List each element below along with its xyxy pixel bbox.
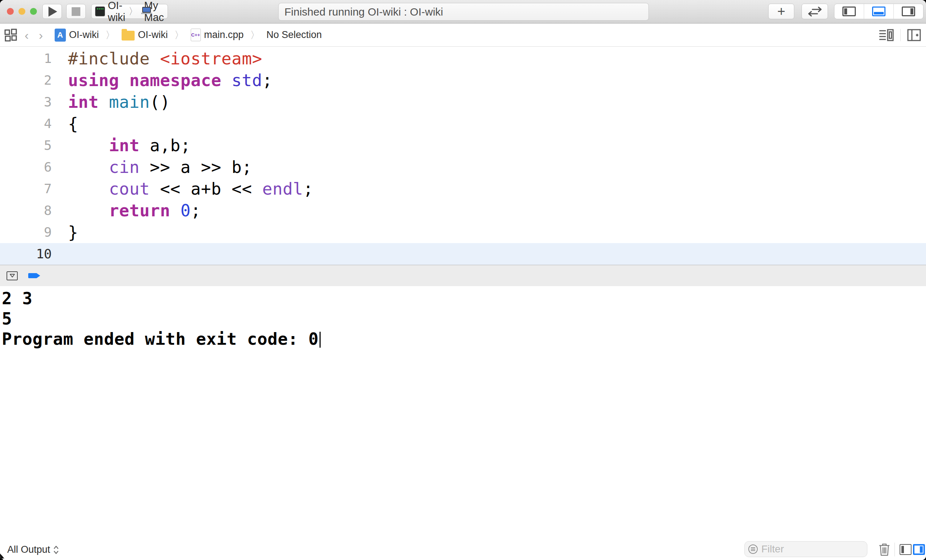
chevron-separator-icon: 〉	[129, 5, 138, 18]
status-text: Finished running OI-wiki : OI-wiki	[284, 6, 443, 18]
version-editor-button[interactable]	[802, 4, 828, 19]
folder-icon	[122, 31, 135, 41]
console-filter-input[interactable]: Filter	[744, 541, 867, 557]
code-text: return 0;	[52, 200, 201, 221]
plus-icon: +	[777, 4, 785, 19]
code-line[interactable]: 2using namespace std;	[0, 69, 926, 91]
forward-button[interactable]: ›	[34, 29, 48, 41]
clear-console-button[interactable]	[879, 543, 890, 556]
line-number[interactable]: 3	[0, 91, 52, 113]
divider	[900, 29, 901, 41]
code-text: cin >> a >> b;	[52, 156, 252, 178]
toggle-debug-area-button[interactable]	[864, 4, 893, 19]
variables-pane-icon	[920, 546, 923, 553]
back-button[interactable]: ‹	[20, 29, 34, 41]
code-line[interactable]: 6 cin >> a >> b;	[0, 156, 926, 178]
code-text: int a,b;	[52, 134, 191, 156]
breadcrumb-project[interactable]: OI-wiki	[69, 29, 99, 41]
code-line[interactable]: 8 return 0;	[0, 200, 926, 221]
minimize-window-button[interactable]	[18, 8, 25, 15]
chevron-separator-icon: 〉	[250, 29, 260, 42]
code-line[interactable]: 5 int a,b;	[0, 134, 926, 156]
debug-console[interactable]: 2 35Program ended with exit code: 0	[0, 286, 926, 560]
line-number[interactable]: 9	[0, 221, 52, 243]
chevron-separator-icon: 〉	[174, 29, 184, 42]
code-text: #include <iostream>	[52, 48, 262, 69]
text-cursor	[319, 332, 321, 348]
line-number[interactable]: 2	[0, 69, 52, 91]
stop-icon	[72, 7, 80, 16]
line-number[interactable]: 7	[0, 178, 52, 200]
console-line: Program ended with exit code: 0	[2, 329, 926, 349]
run-button[interactable]	[42, 4, 62, 19]
toggle-console-pane-button[interactable]	[900, 544, 911, 555]
line-number[interactable]: 8	[0, 200, 52, 221]
source-editor[interactable]: 1#include <iostream>2using namespace std…	[0, 47, 926, 265]
code-line[interactable]: 7 cout << a+b << endl;	[0, 178, 926, 200]
code-line[interactable]: 3int main()	[0, 91, 926, 113]
breadcrumb-group[interactable]: OI-wiki	[138, 29, 168, 41]
library-add-button[interactable]: +	[768, 4, 794, 19]
line-number[interactable]: 10	[0, 243, 52, 265]
scheme-target-label: OI-wiki	[108, 0, 125, 24]
swap-arrows-icon	[807, 6, 823, 17]
filter-placeholder: Filter	[761, 543, 784, 555]
code-line[interactable]: 9}	[0, 221, 926, 243]
toggle-variables-pane-button[interactable]	[913, 544, 925, 555]
breadcrumb-selection[interactable]: No Selection	[266, 29, 322, 41]
output-scope-selector[interactable]: All Output	[7, 544, 59, 555]
line-number[interactable]: 6	[0, 156, 52, 178]
code-text: int main()	[52, 91, 170, 113]
toolbar: OI-wiki 〉 My Mac Finished running OI-wik…	[0, 0, 926, 24]
code-text: }	[52, 221, 78, 243]
chevron-separator-icon: 〉	[105, 29, 115, 42]
activity-status-bar: Finished running OI-wiki : OI-wiki	[278, 3, 649, 21]
editor-options-icon[interactable]	[879, 29, 894, 41]
code-text	[52, 243, 68, 265]
stop-button[interactable]	[66, 4, 86, 19]
add-editor-icon[interactable]	[907, 29, 921, 41]
debug-panel-icon	[872, 6, 885, 16]
code-line[interactable]: 4{	[0, 113, 926, 134]
filter-icon	[748, 545, 758, 554]
related-items-icon[interactable]	[5, 29, 17, 42]
debug-bar	[0, 265, 926, 286]
code-lines: 1#include <iostream>2using namespace std…	[0, 48, 926, 265]
console-line: 5	[2, 309, 926, 329]
close-window-button[interactable]	[7, 8, 14, 15]
jump-bar: ‹ › A OI-wiki 〉 OI-wiki 〉 C++ main.cpp 〉…	[0, 24, 926, 47]
xcode-project-icon: A	[54, 29, 66, 42]
play-icon	[48, 6, 57, 17]
chevron-down-icon	[9, 273, 15, 278]
breakpoints-toggle-button[interactable]	[28, 273, 41, 279]
scheme-selector[interactable]: OI-wiki 〉 My Mac	[91, 4, 168, 19]
code-text: cout << a+b << endl;	[52, 178, 313, 200]
line-number[interactable]: 5	[0, 134, 52, 156]
toggle-navigator-button[interactable]	[834, 4, 864, 19]
breadcrumb-file[interactable]: main.cpp	[204, 29, 244, 41]
inspector-panel-icon	[902, 6, 915, 16]
xcode-window: OI-wiki 〉 My Mac Finished running OI-wik…	[0, 0, 926, 560]
editor-panel-toggles	[834, 4, 923, 19]
mouse-cursor	[0, 553, 7, 560]
navigator-panel-icon	[843, 6, 856, 16]
divider	[894, 543, 895, 556]
console-line: 2 3	[2, 288, 926, 309]
zoom-window-button[interactable]	[30, 8, 37, 15]
cpp-file-icon: C++	[191, 29, 201, 41]
console-output: 2 35Program ended with exit code: 0	[2, 288, 926, 349]
code-line[interactable]: 1#include <iostream>	[0, 48, 926, 69]
up-down-chevrons-icon	[53, 545, 59, 555]
toggle-inspector-button[interactable]	[893, 4, 923, 19]
breadcrumb: A OI-wiki 〉 OI-wiki 〉 C++ main.cpp 〉 No …	[54, 29, 322, 42]
scheme-target-icon	[95, 6, 105, 16]
console-bottom-bar: All Output Filter	[0, 539, 926, 560]
code-line[interactable]: 10	[0, 243, 926, 265]
line-number[interactable]: 1	[0, 48, 52, 69]
code-text: {	[52, 113, 78, 134]
output-scope-label: All Output	[7, 544, 50, 555]
code-text: using namespace std;	[52, 69, 272, 91]
line-number[interactable]: 4	[0, 113, 52, 134]
hide-debug-area-button[interactable]	[6, 271, 18, 280]
console-pane-icon	[902, 546, 904, 553]
